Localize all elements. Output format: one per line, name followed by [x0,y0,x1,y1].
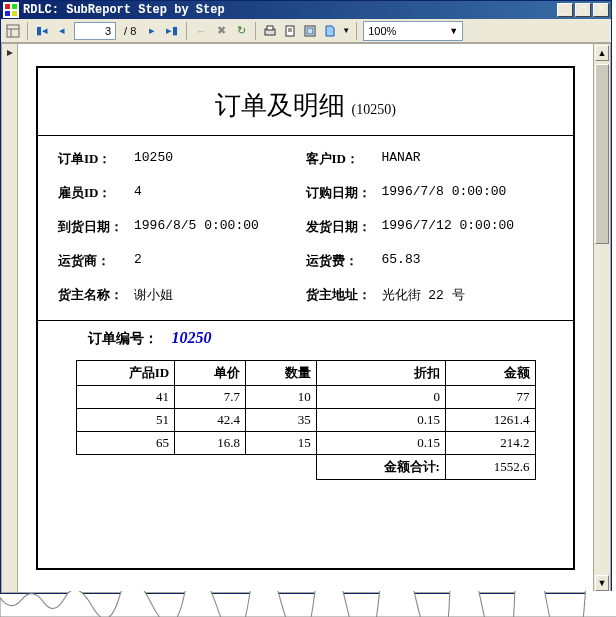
zoom-select[interactable]: 100% ▼ [363,21,463,41]
page-setup-icon[interactable] [302,23,318,39]
freight-value: 65.83 [376,252,421,270]
col-discount: 折扣 [316,361,445,386]
app-window: RDLC: SubReport Step by Step _ □ × ▮◂ ◂ … [0,0,612,594]
app-icon [3,2,19,18]
shipaddr-value: 光化街 22 号 [376,286,465,304]
export-icon[interactable] [322,23,338,39]
shipper-value: 2 [128,252,142,270]
report-page: 订单及明细 (10250) 订单ID：10250 客户ID：HANAR 雇员ID… [36,66,575,570]
window-title: RDLC: SubReport Step by Step [23,3,557,17]
prev-page-icon[interactable]: ◂ [54,23,70,39]
doc-margin-toggle[interactable] [2,44,18,592]
order-fields: 订单ID：10250 客户ID：HANAR 雇员ID：4 订购日期：1996/7… [38,136,573,320]
page-number-input[interactable] [74,22,116,40]
shipname-label: 货主名称： [58,286,128,304]
order-id-label: 订单ID： [58,150,128,168]
col-product-id: 产品ID [76,361,175,386]
subreport-header: 订单编号： 10250 [38,321,573,356]
scroll-thumb[interactable] [595,64,609,244]
shipper-label: 运货商： [58,252,128,270]
table-row: 41 7.7 10 0 77 [76,386,535,409]
total-value: 1552.6 [445,455,535,480]
report-toolbar: ▮◂ ◂ / 8 ▸ ▸▮ ← ✖ ↻ ▼ 100% ▼ [1,19,611,43]
maximize-button[interactable]: □ [575,3,591,17]
stop-icon[interactable]: ✖ [213,23,229,39]
page-total-label: / 8 [120,25,140,37]
scroll-up-arrow[interactable]: ▲ [595,45,609,61]
shipaddr-label: 货主地址： [306,286,376,304]
detail-table: 产品ID 单价 数量 折扣 金额 41 7.7 10 0 [76,360,536,480]
shipname-value: 谢小姐 [128,286,173,304]
customer-id-value: HANAR [376,150,421,168]
col-unit-price: 单价 [175,361,246,386]
table-row: 65 16.8 15 0.15 214.2 [76,432,535,455]
customer-id-label: 客户ID： [306,150,376,168]
employee-id-label: 雇员ID： [58,184,128,202]
report-title-sub: (10250) [352,102,396,117]
subreport-orderno-label: 订单编号： [88,331,158,346]
titlebar: RDLC: SubReport Step by Step _ □ × [1,1,611,19]
col-quantity: 数量 [245,361,316,386]
order-date-label: 订购日期： [306,184,376,202]
table-header-row: 产品ID 单价 数量 折扣 金额 [76,361,535,386]
print-icon[interactable] [262,23,278,39]
svg-rect-9 [307,28,313,34]
chevron-down-icon: ▼ [449,26,458,36]
employee-id-value: 4 [128,184,142,202]
svg-rect-4 [267,26,273,30]
shipped-date-label: 发货日期： [306,218,376,236]
zoom-value: 100% [368,25,396,37]
first-page-icon[interactable]: ▮◂ [34,23,50,39]
print-layout-icon[interactable] [282,23,298,39]
shipped-date-value: 1996/7/12 0:00:00 [376,218,515,236]
table-total-row: 金额合计: 1552.6 [76,455,535,480]
report-title-main: 订单及明细 [215,91,345,120]
svg-rect-0 [7,25,19,37]
torn-edge-decoration [0,591,616,617]
freight-label: 运货费： [306,252,376,270]
required-date-value: 1996/8/5 0:00:00 [128,218,259,236]
order-date-value: 1996/7/8 0:00:00 [376,184,507,202]
vertical-scrollbar[interactable]: ▲ ▼ [593,44,610,592]
table-row: 51 42.4 35 0.15 1261.4 [76,409,535,432]
minimize-button[interactable]: _ [557,3,573,17]
refresh-icon[interactable]: ↻ [233,23,249,39]
last-page-icon[interactable]: ▸▮ [164,23,180,39]
report-viewer: 订单及明细 (10250) 订单ID：10250 客户ID：HANAR 雇员ID… [1,43,611,593]
subreport-orderno-value: 10250 [162,329,212,346]
scroll-down-arrow[interactable]: ▼ [595,575,609,591]
order-id-value: 10250 [128,150,173,168]
required-date-label: 到货日期： [58,218,128,236]
back-icon: ← [193,23,209,39]
report-title: 订单及明细 (10250) [38,68,573,135]
document-area: 订单及明细 (10250) 订单ID：10250 客户ID：HANAR 雇员ID… [18,44,593,592]
export-dropdown-arrow[interactable]: ▼ [342,26,350,35]
doc-map-icon[interactable] [5,23,21,39]
total-label: 金额合计: [316,455,445,480]
next-page-icon[interactable]: ▸ [144,23,160,39]
col-amount: 金额 [445,361,535,386]
close-button[interactable]: × [593,3,609,17]
